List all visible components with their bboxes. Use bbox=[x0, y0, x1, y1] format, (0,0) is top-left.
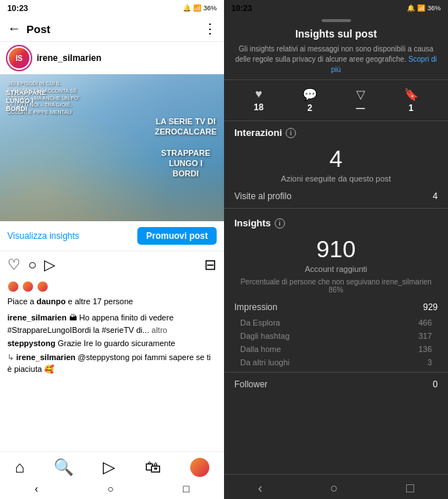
bottom-nav-right: ‹ ○ □ bbox=[224, 474, 448, 499]
bottom-nav-left: ⌂ 🔍 ▷ 🛍 bbox=[0, 451, 224, 480]
interactions-value: 4 bbox=[224, 141, 448, 174]
insights-privacy-notice: Gli insights relativi ai messaggi non so… bbox=[234, 44, 438, 75]
insights-promo-bar: Visualizza insights Promuovi post bbox=[0, 221, 224, 251]
back-gesture-icon[interactable]: ‹ bbox=[35, 483, 38, 495]
impression-value: 929 bbox=[423, 302, 438, 312]
left-panel: 10:23 🔔 📶 36% ← Post ⋮ IS irene_silmarie… bbox=[0, 0, 224, 499]
status-icons-left: 🔔 📶 36% bbox=[183, 4, 217, 12]
comments-count: 2 bbox=[307, 103, 312, 113]
insights-info-icon[interactable]: i bbox=[275, 218, 285, 229]
accounts-reached-label: Account raggiunti bbox=[224, 265, 448, 278]
book-title-left: STRAPPARELUNGO I BORDI bbox=[6, 89, 50, 112]
avatar[interactable]: IS bbox=[7, 46, 31, 70]
profile-visits-label: Visite al profilo bbox=[234, 191, 292, 201]
metric-comments: 💬 2 bbox=[303, 87, 317, 113]
nav-shop-icon[interactable]: 🛍 bbox=[145, 458, 161, 477]
impression-label: Impression bbox=[234, 302, 278, 312]
bookmark-icon[interactable]: ⊟ bbox=[204, 256, 217, 273]
interactions-section-label: Interazioni i bbox=[224, 121, 448, 141]
divider-2 bbox=[224, 372, 448, 373]
nav-home-icon[interactable]: ⌂ bbox=[15, 458, 24, 477]
nav-back-right-icon[interactable]: ‹ bbox=[258, 481, 262, 496]
filter-icon: ▽ bbox=[356, 87, 365, 101]
accounts-reached-value: 910 bbox=[224, 231, 448, 265]
stat-da-altri-luoghi: Da altri luoghi 3 bbox=[224, 356, 448, 369]
nav-home-right-icon[interactable]: ○ bbox=[330, 481, 339, 496]
back-button[interactable]: ← bbox=[7, 21, 21, 37]
insights-section-label: Insights i bbox=[224, 212, 448, 231]
post-header: ← Post ⋮ bbox=[0, 16, 224, 42]
post-image: SEI EPISODI IN CUI IL FUMETTISTA RACCONT… bbox=[0, 74, 224, 221]
share-icon[interactable]: ▷ bbox=[44, 256, 55, 273]
visualizza-insights-link[interactable]: Visualizza insights bbox=[7, 231, 79, 241]
metrics-row: ♥ 18 💬 2 ▽ — 🔖 1 bbox=[224, 80, 448, 121]
metric-likes: ♥ 18 bbox=[253, 87, 263, 113]
recents-gesture-icon[interactable]: □ bbox=[183, 483, 189, 495]
divider-1 bbox=[224, 208, 448, 209]
comment-3: ↳ irene_silmarien @steppystong poi fammi… bbox=[7, 351, 217, 376]
interactions-sub-label: Azioni eseguite da questo post bbox=[224, 174, 448, 187]
comic-characters bbox=[0, 162, 224, 221]
comments-section: irene_silmarien 🏔 Ho appena finito di ve… bbox=[0, 310, 224, 451]
comment1-username[interactable]: irene_silmarien bbox=[7, 313, 67, 322]
comment-icon[interactable]: ○ bbox=[28, 256, 37, 273]
follower-value: 0 bbox=[433, 379, 438, 389]
saves-count: 1 bbox=[408, 103, 413, 113]
likes-user[interactable]: daunpo bbox=[37, 297, 66, 306]
heart-icon: ♥ bbox=[255, 87, 262, 101]
promuovi-post-button[interactable]: Promuovi post bbox=[137, 227, 217, 245]
follower-label: Follower bbox=[234, 379, 267, 389]
like-icon[interactable]: ♡ bbox=[7, 256, 21, 273]
comment3-username[interactable]: irene_silmarien bbox=[16, 353, 76, 362]
likes-avatars bbox=[7, 281, 217, 292]
right-panel: 10:23 🔔 📶 36% Insights sul post Gli insi… bbox=[224, 0, 448, 499]
likes-section: Piace a daunpo e altre 17 persone bbox=[0, 278, 224, 310]
status-bar-left: 10:23 🔔 📶 36% bbox=[0, 0, 224, 16]
insights-header: Insights sul post Gli insights relativi … bbox=[224, 22, 448, 80]
comment2-username[interactable]: steppystong bbox=[7, 339, 55, 348]
post-actions: ♡ ○ ▷ ⊟ bbox=[0, 251, 224, 278]
nav-search-icon[interactable]: 🔍 bbox=[54, 458, 73, 477]
nav-profile-avatar[interactable] bbox=[190, 458, 209, 477]
status-bar-right: 10:23 🔔 📶 36% bbox=[224, 0, 448, 16]
header-menu-icon[interactable]: ⋮ bbox=[203, 21, 217, 37]
metric-saves: 🔖 1 bbox=[404, 87, 419, 113]
comment-bubble-icon: 💬 bbox=[303, 87, 317, 101]
post-page-title: Post bbox=[26, 23, 198, 35]
stat-dagli-hashtag: Dagli hashtag 317 bbox=[224, 329, 448, 342]
bookmark-metric-icon: 🔖 bbox=[404, 87, 419, 101]
profile-row: IS irene_silmarien bbox=[0, 42, 224, 74]
comment-2: steppystong Grazie Ire lo guardo sicuram… bbox=[7, 337, 217, 350]
like-avatar-1 bbox=[7, 281, 19, 292]
nav-reels-icon[interactable]: ▷ bbox=[103, 458, 115, 477]
status-time-left: 10:23 bbox=[7, 4, 28, 12]
shares-count: — bbox=[356, 103, 365, 113]
home-gesture-icon[interactable]: ○ bbox=[107, 483, 113, 495]
metric-shares: ▽ — bbox=[356, 87, 365, 113]
likes-count: 18 bbox=[253, 102, 263, 112]
accounts-reached-sub: Percentuale di persone che non seguivano… bbox=[224, 278, 448, 298]
status-icons-right: 🔔 📶 36% bbox=[407, 4, 441, 12]
nav-recents-right-icon[interactable]: □ bbox=[406, 481, 414, 496]
system-nav-left: ‹ ○ □ bbox=[0, 480, 224, 499]
follower-row: Follower 0 bbox=[224, 376, 448, 393]
like-avatar-3 bbox=[37, 281, 48, 292]
like-avatar-2 bbox=[22, 281, 34, 292]
likes-text: Piace a daunpo e altre 17 persone bbox=[7, 297, 133, 306]
profile-visits-value: 4 bbox=[433, 191, 438, 201]
username-label[interactable]: irene_silmarien bbox=[37, 53, 101, 63]
impression-row: Impression 929 bbox=[224, 298, 448, 316]
stat-da-esplora: Da Esplora 466 bbox=[224, 316, 448, 329]
stat-dalla-home: Dalla home 136 bbox=[224, 342, 448, 356]
interactions-info-icon[interactable]: i bbox=[286, 128, 296, 138]
profile-visits-row: Visite al profilo 4 bbox=[224, 187, 448, 205]
insights-panel-title: Insights sul post bbox=[234, 28, 438, 40]
comment-1: irene_silmarien 🏔 Ho appena finito di ve… bbox=[7, 312, 217, 336]
status-time-right: 10:23 bbox=[231, 4, 252, 12]
